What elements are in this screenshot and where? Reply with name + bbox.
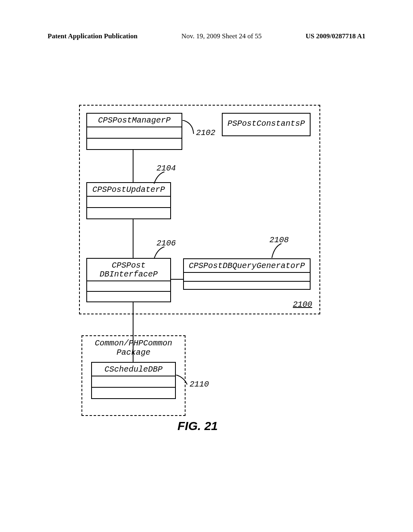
connector (133, 302, 133, 362)
class-title: PSPostConstantsP (223, 114, 310, 134)
page: Patent Application Publication Nov. 19, … (0, 0, 413, 532)
label-2102: 2102 (196, 128, 215, 137)
class-cpspostmanagerp: CPSPostManagerP (86, 113, 182, 150)
leader-2108 (271, 243, 286, 260)
class-cscheduledbp: CScheduleDBP (91, 362, 176, 399)
package-label: Common/PHPCommon Package (86, 339, 181, 357)
label-2110: 2110 (190, 380, 209, 389)
connector (133, 219, 133, 258)
class-cpspostdbquerygeneratorp: CPSPostDBQueryGeneratorP (183, 258, 311, 290)
figure-caption: FIG. 21 (177, 419, 218, 433)
leader-2106 (153, 247, 169, 260)
leader-2104 (153, 172, 169, 185)
class-cpspostdbinterfacep: CPSPost DBInterfaceP (86, 258, 171, 302)
class-title: CPSPostDBQueryGeneratorP (184, 259, 310, 272)
class-title: CScheduleDBP (92, 363, 175, 376)
connector (133, 150, 133, 182)
connector (171, 279, 183, 280)
class-title: CPSPostManagerP (87, 114, 181, 127)
class-pspostconstantsp: PSPostConstantsP (222, 113, 311, 136)
class-cpspostupdaterp: CPSPostUpdaterP (86, 182, 171, 219)
label-2100: 2100 (293, 300, 312, 309)
diagram-canvas: CPSPostManagerP PSPostConstantsP CPSPost… (0, 0, 413, 532)
class-title: CPSPost DBInterfaceP (87, 259, 170, 281)
